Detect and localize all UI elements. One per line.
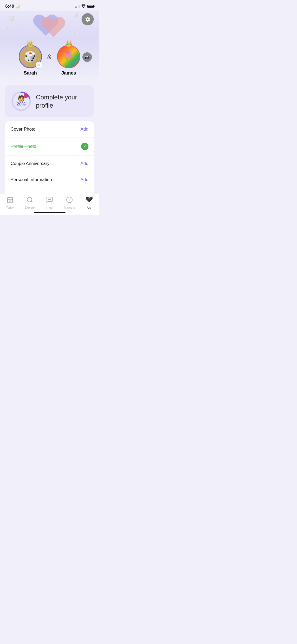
profile-photo-item: Profile Photo ✓ [5,137,94,156]
svg-point-10 [50,199,51,200]
progress-card[interactable]: 🧑 ! 20% Complete yourprofile [5,85,94,117]
cover-photo-add[interactable]: Add [81,127,88,132]
hero-section: 🤍 🤍 🤍 🤍 🤍 👑 🎲 [0,11,99,81]
progress-circle: 🧑 ! 20% [11,91,32,112]
personal-info-add[interactable]: Add [81,177,88,182]
couple-anniversary-add[interactable]: Add [81,161,88,166]
status-icons [76,4,94,9]
profile-list: Cover Photo Add Profile Photo ✓ Couple A… [5,121,94,195]
explore-label: Explore [25,206,35,209]
profiles-row: 👑 🎲 🤍 Sarah & 👑 🌷 [5,45,94,76]
nav-us[interactable]: Us [81,196,97,209]
status-bar: 6:49 🌙 [0,0,99,11]
profile-james: 👑 🌷 James 📷 [57,45,80,76]
couple-anniversary-item[interactable]: Couple Anniversary Add [5,156,94,172]
profile-photo-label: Profile Photo [11,144,36,149]
ampersand: & [47,53,52,61]
settings-button[interactable] [82,13,94,25]
exclaim-icon: ! [24,94,28,98]
svg-point-8 [48,199,49,200]
james-avatar-wrap: 👑 🌷 [57,45,80,68]
chat-label: Chat [46,206,53,209]
cover-photo-item[interactable]: Cover Photo Add [5,121,94,137]
sarah-avatar-wrap: 👑 🎲 🤍 [19,45,42,68]
progress-label: Complete yourprofile [36,93,77,109]
bottom-nav: Today Explore Chat Answ [0,194,99,215]
profile-photo-check: ✓ [81,143,88,150]
nav-today[interactable]: Today [2,196,18,209]
profile-sarah: 👑 🎲 🤍 Sarah [19,45,42,76]
nav-chat[interactable]: Chat [42,196,58,209]
wifi-icon [81,4,86,9]
explore-icon [26,196,33,205]
james-avatar[interactable]: 🌷 [57,45,80,68]
battery-icon [87,5,94,8]
nav-explore[interactable]: Explore [22,196,38,209]
svg-point-6 [27,197,32,202]
chat-icon [46,196,53,205]
progress-percentage: 20% [17,102,26,107]
hero-hearts [5,11,94,42]
svg-line-7 [31,201,32,203]
status-time: 6:49 [5,4,14,9]
svg-rect-2 [7,197,13,203]
couple-anniversary-label: Couple Anniversary [11,161,49,166]
james-name: James [61,70,76,76]
camera-button[interactable]: 📷 [82,52,92,62]
sarah-name: Sarah [24,70,37,76]
nav-answers[interactable]: Answers [62,196,77,209]
main-content: 🧑 ! 20% Complete yourprofile Cover Photo… [0,81,99,195]
answers-icon [66,196,73,205]
us-label: Us [87,206,91,209]
james-avatar-image: 🌷 [58,46,79,67]
personal-info-item[interactable]: Personal Information Add [5,172,94,188]
cover-photo-label: Cover Photo [11,127,36,132]
personal-info-label: Personal Information [11,177,52,182]
today-label: Today [6,206,14,209]
today-icon [7,196,13,205]
sarah-crown: 👑 [27,40,34,47]
signal-icon [76,5,79,8]
sarah-heart-badge: 🤍 [36,62,42,68]
svg-point-9 [49,199,50,200]
moon-icon: 🌙 [15,4,20,8]
james-crown: 👑 [65,40,72,47]
us-icon [85,196,93,205]
answers-label: Answers [64,206,75,209]
home-indicator [34,212,65,213]
